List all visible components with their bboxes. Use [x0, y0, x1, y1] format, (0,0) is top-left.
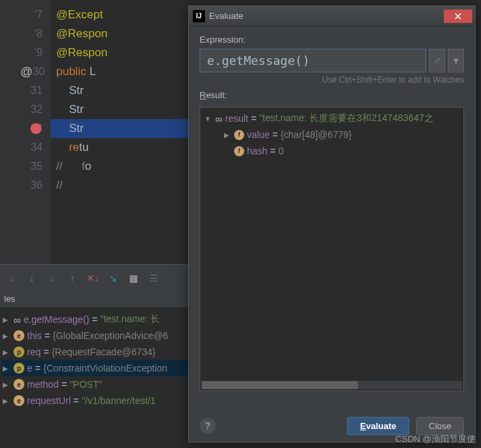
expand-icon[interactable]: ⤢: [429, 49, 445, 72]
line-number: '8: [0, 24, 51, 43]
equals: =: [35, 363, 41, 374]
code-line[interactable]: //: [51, 176, 189, 195]
watch-icon: ∞: [14, 314, 21, 326]
app-icon: IJ: [193, 10, 205, 22]
var-name: e: [27, 363, 32, 374]
code-line[interactable]: @Respon: [51, 43, 189, 62]
field-icon: f: [234, 130, 244, 140]
line-number: 31: [0, 81, 51, 100]
var-value: {GlobalExceptionAdvice@6: [53, 330, 168, 341]
gutter: '7'8'9 @30313233343536: [0, 0, 51, 264]
help-button[interactable]: ?: [200, 418, 216, 434]
equals: =: [74, 395, 79, 406]
step-over-icon[interactable]: ↓: [45, 271, 60, 286]
field-icon: p: [14, 346, 24, 357]
line-number: 33: [0, 119, 51, 138]
step-icon[interactable]: ↓: [24, 271, 39, 286]
dropdown-icon[interactable]: ▾: [448, 49, 464, 72]
chevron-right-icon[interactable]: ▶: [3, 349, 11, 356]
evaluate-dialog: IJ Evaluate Expression: ⤢ ▾ Use Ctrl+Shi…: [188, 5, 476, 443]
expression-label: Expression:: [200, 35, 464, 45]
chevron-right-icon[interactable]: ▶: [3, 316, 11, 323]
result-tree[interactable]: ▼ ∞ result = "test.name: 长度需要在3和21474836…: [200, 107, 464, 391]
field-icon: p: [14, 363, 24, 374]
var-value: {RequestFacade@6734}: [51, 346, 156, 357]
line-number: @30: [0, 62, 51, 81]
variable-row[interactable]: ▶ethis = {GlobalExceptionAdvice@6: [1, 328, 188, 344]
field-icon: f: [234, 146, 244, 156]
more-icon[interactable]: ☰: [146, 271, 161, 286]
scrollbar-thumb[interactable]: [202, 381, 358, 389]
line-number: '9: [0, 43, 51, 62]
field-icon: e: [14, 395, 24, 406]
code-line[interactable]: @Except: [51, 5, 189, 24]
code-content[interactable]: @Except@Respon@Responpublic L Str Str St…: [51, 0, 189, 264]
dialog-title: Evaluate: [209, 11, 444, 21]
field-name: value: [247, 129, 269, 140]
var-value: "/v1/banner/test/1: [82, 395, 156, 406]
var-name: e.getMessage(): [24, 314, 89, 325]
chevron-right-icon[interactable]: ▶: [3, 381, 11, 388]
equals: =: [270, 145, 275, 156]
drop-frame-icon[interactable]: ✕↓: [85, 271, 100, 286]
chevron-right-icon[interactable]: ▶: [222, 131, 231, 139]
variables-panel: ▶∞e.getMessage() = "test.name: 长▶ethis =…: [0, 307, 189, 448]
field-name: hash: [247, 145, 267, 156]
chevron-right-icon[interactable]: ▶: [3, 332, 11, 340]
variables-tab[interactable]: les: [0, 291, 189, 307]
variable-row[interactable]: ▶erequestUrl = "/v1/banner/test/1: [1, 393, 188, 409]
variable-row[interactable]: ▶pe = {ConstraintViolationException: [1, 360, 188, 376]
chevron-down-icon[interactable]: ▼: [203, 115, 212, 122]
code-line[interactable]: // fo: [51, 157, 189, 176]
run-to-cursor-icon[interactable]: ↘: [106, 271, 120, 286]
chevron-right-icon[interactable]: ▶: [3, 365, 11, 372]
code-line[interactable]: Str: [51, 100, 189, 119]
result-child-row[interactable]: ▶f value = {char[48]@6779}: [203, 127, 461, 143]
expression-input[interactable]: [200, 49, 426, 72]
result-child-row[interactable]: f hash = 0: [203, 143, 461, 159]
equals: =: [45, 330, 50, 341]
close-icon[interactable]: [444, 9, 472, 23]
evaluate-button[interactable]: EEvaluatevaluate: [347, 417, 409, 435]
code-line[interactable]: Str: [51, 81, 189, 100]
result-name: result: [225, 113, 248, 124]
result-root[interactable]: ▼ ∞ result = "test.name: 长度需要在3和21474836…: [203, 110, 461, 127]
dialog-body: Expression: ⤢ ▾ Use Ctrl+Shift+Enter to …: [189, 26, 475, 399]
hint-text: Use Ctrl+Shift+Enter to add to Watches: [200, 75, 464, 85]
expression-row: ⤢ ▾: [200, 49, 464, 72]
step-out-icon[interactable]: ↓: [4, 271, 19, 286]
equals: =: [43, 346, 49, 357]
code-line[interactable]: Str: [51, 119, 189, 138]
var-value: "test.name: 长: [100, 313, 160, 326]
dialog-titlebar[interactable]: IJ Evaluate: [189, 6, 475, 26]
chevron-right-icon[interactable]: ▶: [3, 397, 11, 405]
equals: =: [272, 129, 277, 140]
line-number: 36: [0, 176, 51, 195]
code-line[interactable]: @Respon: [51, 24, 189, 43]
infinity-icon: ∞: [215, 113, 223, 125]
code-line[interactable]: retu: [51, 138, 189, 157]
horizontal-scrollbar[interactable]: [202, 381, 462, 389]
step-into-icon[interactable]: ↑: [65, 271, 80, 286]
field-icon: e: [14, 379, 24, 390]
close-button[interactable]: Close: [416, 417, 464, 435]
var-name: req: [27, 346, 41, 357]
tab-label: les: [4, 294, 16, 304]
variable-row[interactable]: ▶preq = {RequestFacade@6734}: [1, 344, 188, 360]
variable-row[interactable]: ▶emethod = "POST": [1, 376, 188, 393]
field-icon: e: [14, 330, 24, 341]
var-name: this: [27, 330, 42, 341]
code-line[interactable]: public L: [51, 62, 189, 81]
result-value: "test.name: 长度需要在3和2147483647之: [259, 112, 434, 125]
watermark: CSDN @渔阳节度使: [395, 433, 476, 445]
field-value: {char[48]@6779}: [281, 129, 352, 140]
breakpoint-icon[interactable]: [30, 123, 41, 134]
var-value: {ConstraintViolationException: [43, 363, 167, 374]
var-value: "POST": [70, 379, 102, 390]
var-name: requestUrl: [27, 395, 71, 406]
debug-toolbar: ↓ ↓ ↓ ↑ ✕↓ ↘ ▦ ☰: [0, 264, 189, 291]
variable-row[interactable]: ▶∞e.getMessage() = "test.name: 长: [1, 311, 188, 328]
line-number: 34: [0, 138, 51, 157]
result-label: Result:: [200, 90, 464, 100]
evaluate-icon[interactable]: ▦: [126, 271, 141, 286]
